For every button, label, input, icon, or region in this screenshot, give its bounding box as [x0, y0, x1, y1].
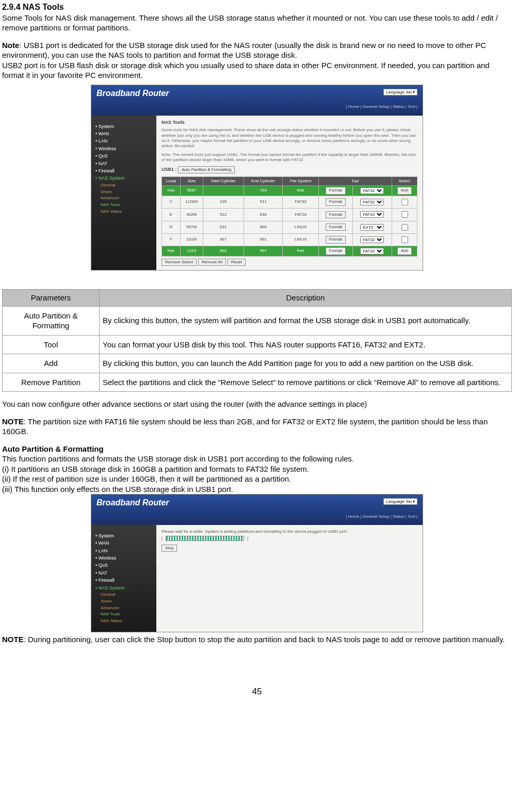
router-main: NAS Tools Some tools for NAS disk manage… — [156, 116, 423, 270]
cell-tool: Format — [318, 221, 352, 233]
auto-line-1: This function partitions and formats the… — [2, 454, 512, 464]
auto-line-2: (i) It partitions an USB storage disk in… — [2, 464, 512, 474]
nav-nas-system[interactable]: NAS System — [95, 584, 152, 592]
nav-wan[interactable]: WAN — [95, 130, 152, 137]
nav-qos[interactable]: QoS — [95, 152, 152, 160]
format-select[interactable]: FAT32 — [360, 248, 384, 254]
th-tool: Tool — [318, 177, 392, 186]
note-paragraph-2: USB2 port is for USB flash disk or stora… — [2, 60, 512, 81]
select-checkbox[interactable] — [401, 236, 408, 243]
nav-sub-share[interactable]: Share — [101, 598, 152, 605]
format-select[interactable]: FAT16 — [360, 211, 384, 218]
nav-sub-nas-tools[interactable]: NAS Tools — [101, 202, 152, 209]
cell-fmt: FAT16 — [352, 209, 392, 221]
format-button[interactable]: Format — [326, 198, 346, 205]
format-select[interactable]: FAT32 — [360, 199, 384, 205]
cell-local: D — [162, 221, 181, 233]
nav-nas-system[interactable]: NAS System — [95, 174, 152, 182]
cell-start — [203, 186, 244, 196]
note2-label: NOTE — [2, 417, 24, 426]
table-row: free1319892967freeFormatFAT32Add — [162, 246, 417, 256]
cell-select: Add — [392, 186, 417, 196]
cell-tool: Format — [318, 233, 352, 246]
nav-wan[interactable]: WAN — [95, 539, 152, 547]
nav-sub-share[interactable]: Share — [101, 189, 152, 196]
router-blurb-1: Some tools for NAS disk management. Thes… — [161, 128, 417, 149]
select-checkbox[interactable] — [401, 199, 408, 205]
cell-size: 1126M — [180, 196, 203, 208]
cell-local: hda — [162, 186, 181, 196]
nav-firewall[interactable]: Firewall — [95, 577, 152, 584]
language-selector-2[interactable]: Language Sel ▾ — [383, 498, 417, 505]
note3-text: : During partitioning, user can click th… — [24, 635, 505, 644]
progress-bar — [166, 536, 244, 541]
nav-sub-nas-status[interactable]: NAS Status — [101, 209, 152, 215]
cell-size: 402M — [180, 209, 203, 221]
router-header-2: Broadband Router Language Sel ▾ | Home |… — [91, 495, 423, 525]
format-button[interactable]: Format — [326, 187, 346, 194]
table-row: Remove PartitionSelect the partitions an… — [3, 373, 512, 392]
auto-partition-button[interactable]: Auto Partition & Formatting — [178, 166, 235, 173]
cell-local: E — [162, 209, 181, 221]
param-name: Add — [3, 354, 100, 373]
select-checkbox[interactable] — [401, 211, 408, 218]
format-button[interactable]: Format — [326, 224, 346, 231]
format-button[interactable]: Format — [326, 236, 346, 243]
cell-fs: LINUX — [283, 233, 319, 246]
nav-system[interactable]: System — [95, 532, 152, 539]
add-button[interactable]: Add — [397, 247, 412, 254]
nav-nat[interactable]: NAT — [95, 160, 152, 167]
nav-sub-nas-status[interactable]: NAS Status — [101, 618, 152, 625]
remove-select-button[interactable]: Remove Select — [161, 259, 197, 266]
select-checkbox[interactable] — [401, 224, 408, 231]
cell-start: 631 — [203, 221, 244, 233]
language-selector[interactable]: Language Sel ▾ — [383, 89, 417, 95]
remove-all-button[interactable]: Remove All — [198, 259, 226, 266]
format-button[interactable]: Format — [326, 247, 346, 254]
nav-nat[interactable]: NAT — [95, 569, 152, 577]
nav-system[interactable]: System — [95, 123, 152, 130]
usb-line: USB1 : Auto Partition & Formatting — [161, 166, 417, 173]
table-row: ToolYou can format your USB disk by this… — [3, 335, 512, 354]
format-select[interactable]: EXT2 — [360, 224, 384, 231]
desc-header: Description — [100, 290, 512, 307]
table-row: F101M867891LINUXFormatFAT32 — [162, 233, 417, 246]
section-heading: 2.9.4 NAS Tools — [2, 2, 512, 13]
cell-local: C — [162, 196, 181, 208]
note3-label: NOTE — [2, 635, 24, 644]
note2-text: : The partition size with FAT16 file sys… — [2, 417, 488, 436]
cell-local: F — [162, 233, 181, 246]
nav-qos[interactable]: QoS — [95, 562, 152, 569]
nav-sub-general[interactable]: General — [101, 592, 152, 598]
nav-sub-nas-tools[interactable]: NAS Tools — [101, 611, 152, 618]
cell-tool: Format — [318, 246, 352, 256]
router-screenshot-1: Broadband Router Language Sel ▾ | Home |… — [91, 85, 423, 270]
format-select[interactable]: FAT32 — [360, 236, 384, 243]
nav-lan[interactable]: LAN — [95, 547, 152, 554]
cell-fs: free — [283, 246, 319, 256]
cell-select — [392, 196, 417, 208]
params-header: Parameters — [3, 290, 100, 307]
nav-wireless[interactable]: Wireless — [95, 554, 152, 562]
add-button[interactable]: Add — [397, 187, 412, 194]
nav-firewall[interactable]: Firewall — [95, 167, 152, 174]
reset-button[interactable]: Reset — [228, 259, 246, 266]
cell-size: 9697 — [180, 186, 203, 196]
format-button[interactable]: Format — [326, 211, 346, 218]
cell-start: 512 — [203, 209, 244, 221]
nav-wireless[interactable]: Wireless — [95, 145, 152, 152]
format-select[interactable]: FAT32 — [360, 187, 384, 194]
cell-fs: FAT32 — [283, 196, 319, 208]
nav-lan[interactable]: LAN — [95, 137, 152, 145]
progress-bracket: [ — [161, 536, 163, 541]
cell-end: 866 — [244, 221, 283, 233]
nav-sub-advanced[interactable]: Advanced — [101, 605, 152, 612]
nav-sub-advanced[interactable]: Advanced — [101, 195, 152, 202]
stop-button[interactable]: Stop — [161, 545, 177, 552]
th-local: Local — [162, 177, 181, 186]
router-title: Broadband Router — [96, 89, 169, 98]
table-row: C1126M235511FAT32FormatFAT32 — [162, 196, 417, 208]
nav-sub-general[interactable]: General — [101, 182, 152, 189]
cell-size: 957M — [180, 221, 203, 233]
param-name: Auto Partition & Formatting — [3, 306, 100, 335]
